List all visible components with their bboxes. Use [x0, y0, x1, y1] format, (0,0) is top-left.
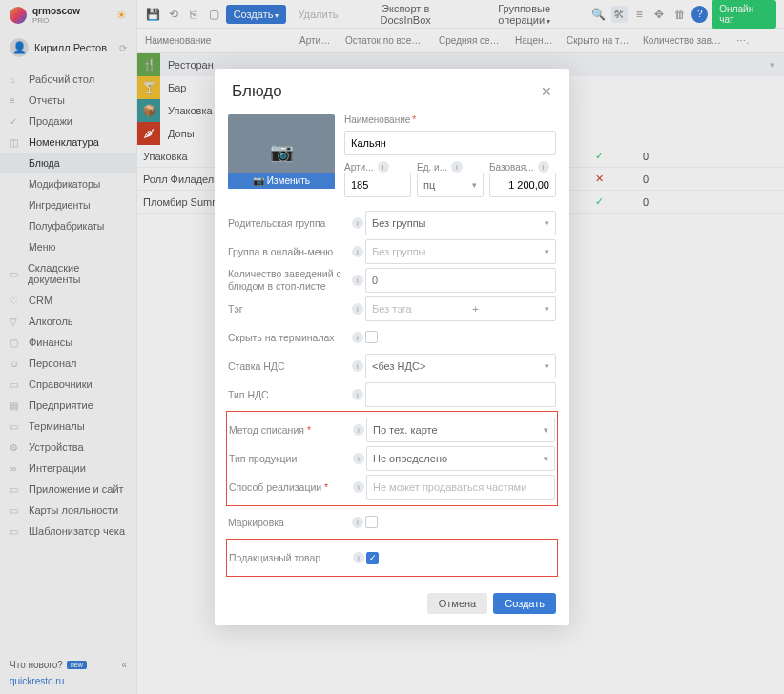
sku-input[interactable] — [344, 173, 411, 197]
highlight-block-2: Подакцизный товар i ✓ — [226, 539, 558, 577]
online-group-label: Группа в онлайн-меню — [228, 246, 348, 258]
writeoff-label: Метод списания * — [229, 424, 349, 437]
parent-group-label: Родительская группа — [228, 217, 348, 230]
excise-label: Подакцизный товар — [229, 552, 349, 564]
info-icon[interactable]: i — [352, 517, 363, 528]
hide-terminals-label: Скрыть на терминалах — [228, 332, 348, 344]
prod-type-label: Тип продукции — [229, 453, 349, 465]
vat-rate-select[interactable]: <без НДС>▾ — [365, 354, 556, 378]
parent-group-select[interactable]: Без группы▾ — [365, 211, 556, 235]
modal-footer: Отмена Создать — [215, 585, 569, 625]
info-icon[interactable]: i — [353, 453, 364, 464]
info-icon[interactable]: i — [352, 217, 363, 229]
price-input[interactable] — [489, 173, 556, 197]
marking-label: Маркировка — [228, 517, 348, 529]
vat-type-select[interactable] — [365, 382, 556, 407]
excise-checkbox[interactable]: ✓ — [366, 552, 379, 564]
sale-method-label: Способ реализации * — [229, 481, 349, 494]
writeoff-select[interactable]: По тех. карте▾ — [366, 418, 555, 442]
info-icon[interactable]: i — [353, 552, 364, 563]
info-icon: i — [378, 161, 389, 173]
tag-label: Тэг — [228, 303, 348, 316]
name-input[interactable] — [344, 131, 556, 155]
modal-overlay: Блюдо ✕ 📷 📷 Изменить Наименование* Арти.… — [0, 0, 784, 694]
info-icon[interactable]: i — [353, 481, 364, 493]
modal-header: Блюдо ✕ — [215, 69, 569, 111]
info-icon[interactable]: i — [352, 275, 363, 286]
info-icon[interactable]: i — [353, 424, 364, 436]
modal-title: Блюдо — [232, 82, 282, 101]
submit-button[interactable]: Создать — [493, 593, 556, 614]
tag-select[interactable]: Без тэга+▾ — [365, 296, 556, 321]
info-icon[interactable]: i — [352, 360, 363, 372]
close-icon[interactable]: ✕ — [541, 84, 552, 99]
sku-label: Арти...i — [344, 161, 411, 173]
name-label: Наименование* — [344, 114, 556, 125]
stop-count-label: Количество заведений с блюдом в стоп-лис… — [228, 268, 348, 292]
info-icon[interactable]: i — [352, 246, 363, 257]
sale-method-select[interactable]: Не может продаваться частями — [366, 475, 555, 500]
vat-type-label: Тип НДС — [228, 389, 348, 401]
info-icon[interactable]: i — [352, 389, 363, 400]
online-group-select[interactable]: Без группы▾ — [365, 239, 556, 264]
unit-select[interactable]: пц▾ — [417, 173, 484, 197]
info-icon[interactable]: i — [352, 332, 363, 343]
modal-body: 📷 📷 Изменить Наименование* Арти...i Ед. … — [215, 111, 569, 585]
vat-rate-label: Ставка НДС — [228, 360, 348, 373]
dish-modal: Блюдо ✕ 📷 📷 Изменить Наименование* Арти.… — [215, 69, 569, 625]
info-icon: i — [538, 161, 549, 173]
price-label: Базовая...i — [489, 161, 556, 173]
info-icon: i — [451, 161, 463, 173]
change-image-button[interactable]: 📷 Изменить — [228, 173, 335, 189]
cancel-button[interactable]: Отмена — [427, 593, 487, 614]
stop-count-input[interactable] — [365, 268, 556, 293]
prod-type-select[interactable]: Не определено▾ — [366, 446, 555, 471]
highlight-block-1: Метод списания * i По тех. карте▾ Тип пр… — [226, 411, 558, 506]
info-icon[interactable]: i — [352, 303, 363, 315]
unit-label: Ед. и...i — [417, 161, 484, 173]
marking-checkbox[interactable] — [365, 516, 378, 528]
hide-terminals-checkbox[interactable] — [365, 331, 378, 343]
camera-icon: 📷 — [270, 140, 294, 163]
image-upload[interactable]: 📷 📷 Изменить — [228, 114, 335, 189]
